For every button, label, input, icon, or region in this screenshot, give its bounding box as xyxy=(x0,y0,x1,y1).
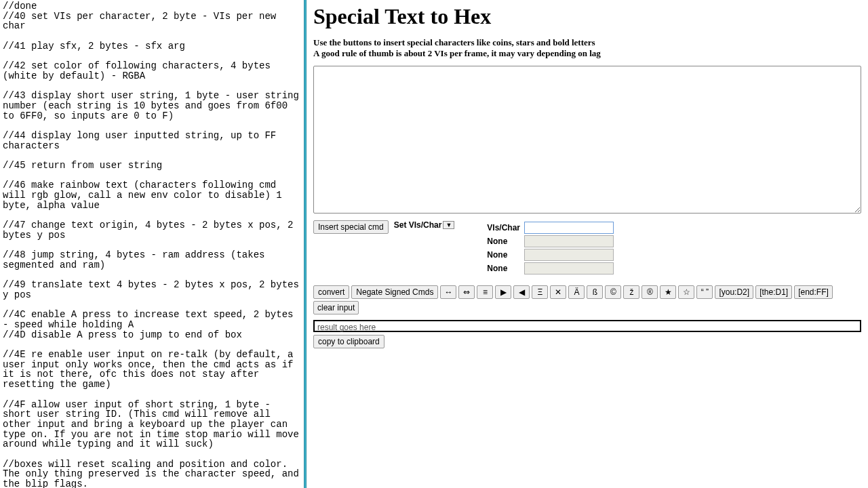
subtitle-line-1: Use the buttons to insert special charac… xyxy=(313,37,861,48)
negate-signed-cmds-button[interactable]: Negate Signed Cmds xyxy=(351,285,438,299)
char-button-back-icon[interactable]: ◀ xyxy=(513,285,530,299)
clear-input-button[interactable]: clear input xyxy=(313,301,359,314)
subtitle-line-2: A good rule of thumb is about 2 VIs per … xyxy=(313,48,861,59)
char-button-eszett[interactable]: ß xyxy=(587,285,603,299)
vis-row2-input xyxy=(524,235,614,247)
char-button-2[interactable]: ⇔ xyxy=(458,285,475,299)
vis-row3-input xyxy=(524,249,614,261)
copy-to-clipboard-button[interactable]: copy to clipboard xyxy=(313,335,384,348)
char-button-1[interactable]: ↔ xyxy=(440,285,456,299)
left-code-panel[interactable]: //done //40 set VIs per character, 2 byt… xyxy=(0,0,304,488)
vis-row4-label: None xyxy=(486,262,521,274)
char-button-registered[interactable]: ® xyxy=(642,285,658,299)
char-button-star-filled[interactable]: ★ xyxy=(660,285,676,299)
char-button-z-caron[interactable]: ž xyxy=(623,285,639,299)
token-button-you[interactable]: [you:D2] xyxy=(715,285,753,299)
char-button-7[interactable]: ✕ xyxy=(550,285,566,299)
char-button-play-icon[interactable]: ▶ xyxy=(495,285,511,299)
char-button-copyright[interactable]: © xyxy=(605,285,621,299)
page-title: Special Text to Hex xyxy=(313,4,861,29)
set-vis-char-label: Set VIs/Char ▼ xyxy=(394,220,455,230)
convert-button[interactable]: convert xyxy=(313,285,349,299)
right-tool-panel: Special Text to Hex Use the buttons to i… xyxy=(307,0,868,488)
char-button-a-umlaut[interactable]: Ä xyxy=(568,285,585,299)
vis-char-input[interactable] xyxy=(524,222,614,234)
char-button-6[interactable]: Ξ xyxy=(532,285,548,299)
result-output[interactable]: result goes here xyxy=(313,320,861,332)
action-buttons-row: convert Negate Signed Cmds ↔ ⇔ ≡ ▶ ◀ Ξ ✕… xyxy=(313,285,861,314)
vis-row4-input xyxy=(524,262,614,274)
vis-row3-label: None xyxy=(486,249,521,261)
char-button-quotes[interactable]: “ ” xyxy=(696,285,713,299)
main-input-textarea[interactable] xyxy=(313,66,861,214)
char-button-3[interactable]: ≡ xyxy=(477,285,493,299)
char-button-star-outline[interactable]: ☆ xyxy=(678,285,694,299)
vis-char-params-table: VIs/Char None None None xyxy=(484,220,616,276)
set-vis-char-dropdown[interactable]: ▼ xyxy=(443,221,454,229)
token-button-the[interactable]: [the:D1] xyxy=(755,285,792,299)
vis-row1-label: VIs/Char xyxy=(486,222,521,234)
token-button-end[interactable]: [end:FF] xyxy=(794,285,833,299)
insert-special-cmd-button[interactable]: Insert special cmd xyxy=(313,220,389,234)
vis-row2-label: None xyxy=(486,235,521,247)
